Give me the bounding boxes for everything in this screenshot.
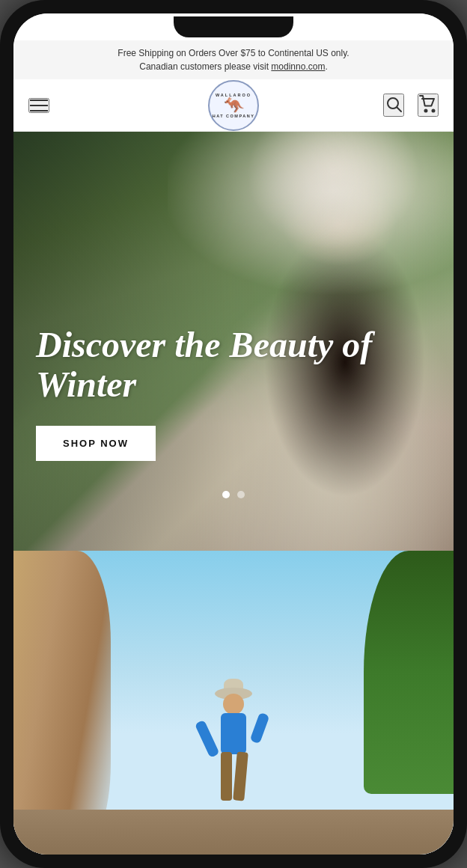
logo-circle: WALLAROO 🦘 HAT COMPANY (208, 80, 259, 131)
logo-kangaroo-icon: 🦘 (224, 97, 244, 114)
logo-container[interactable]: WALLAROO 🦘 HAT COMPANY (208, 80, 259, 131)
person-leg-right (233, 751, 248, 801)
person-torso (221, 713, 246, 754)
search-icon (385, 95, 403, 113)
carousel-dots (222, 491, 245, 498)
cart-button[interactable] (418, 94, 439, 117)
second-section (13, 551, 454, 855)
cart-icon (419, 95, 437, 113)
phone-screen: Free Shipping on Orders Over $75 to Cont… (13, 13, 454, 855)
search-button[interactable] (383, 94, 404, 117)
person-leg-left (221, 752, 232, 801)
hero-title: Discover the Beauty of Winter (36, 326, 431, 405)
modinno-link[interactable]: modinno.com (271, 61, 325, 72)
tree-right (364, 551, 454, 794)
svg-line-1 (397, 108, 402, 112)
person-figure (196, 694, 271, 813)
hamburger-line-2 (30, 105, 48, 106)
hamburger-line-3 (30, 110, 48, 111)
second-section-inner (13, 551, 454, 855)
shop-now-button[interactable]: SHOP NOW (36, 426, 156, 461)
person-arm-left (195, 720, 220, 758)
menu-button[interactable] (28, 98, 49, 113)
hamburger-line-1 (30, 100, 48, 101)
person-legs (221, 752, 246, 801)
notch (174, 16, 293, 37)
notch-bar (13, 13, 454, 40)
person-arm-right (250, 712, 270, 744)
svg-point-3 (433, 110, 435, 112)
header-right (383, 94, 439, 117)
logo-text-bottom: HAT COMPANY (213, 114, 255, 118)
svg-point-2 (425, 110, 427, 112)
phone-frame: Free Shipping on Orders Over $75 to Cont… (0, 0, 467, 868)
hero-section: Discover the Beauty of Winter SHOP NOW (13, 132, 454, 551)
carousel-dot-2[interactable] (237, 491, 245, 498)
announcement-line2: Canadian customers please visit modinno.… (25, 60, 442, 73)
header: WALLAROO 🦘 HAT COMPANY (13, 79, 454, 132)
hero-content: Discover the Beauty of Winter SHOP NOW (36, 326, 431, 461)
person-head (223, 694, 244, 715)
announcement-bar: Free Shipping on Orders Over $75 to Cont… (13, 40, 454, 79)
announcement-line1: Free Shipping on Orders Over $75 to Cont… (25, 46, 442, 60)
header-left (28, 98, 49, 113)
carousel-dot-1[interactable] (222, 491, 230, 498)
ground (13, 810, 454, 855)
